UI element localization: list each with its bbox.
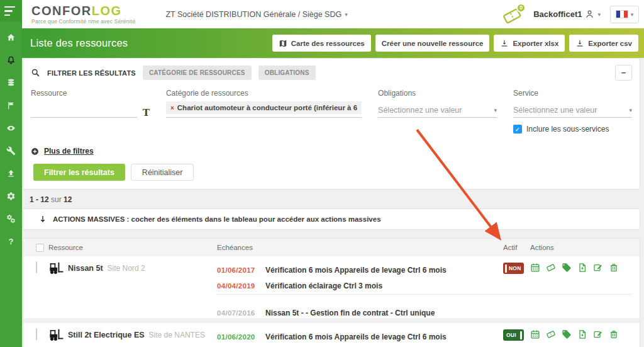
table-header-row: Ressource Echéances Actif Actions	[23, 239, 640, 256]
column-header-active: Actif	[503, 244, 530, 251]
service-select[interactable]: Sélectionnez une valeur ▾	[513, 103, 632, 118]
tickets-icon[interactable]	[546, 263, 556, 273]
selected-category-label: Chariot automoteur à conducteur porté (i…	[177, 104, 357, 111]
filter-field-obligations: Obligations Sélectionnez une valeur ▾	[378, 89, 497, 134]
pdf-export-icon[interactable]	[577, 329, 587, 339]
calendar-icon[interactable]	[530, 329, 540, 339]
deadline-history-item: 04/07/2016 Nissan 5t - - Gestion fin de …	[217, 305, 503, 321]
delete-icon[interactable]	[609, 329, 619, 339]
remove-tag-icon[interactable]: ×	[170, 105, 174, 111]
calendar-icon[interactable]	[530, 263, 540, 273]
resource-site: Site Nord 2	[108, 264, 145, 273]
tag-icon[interactable]	[562, 329, 572, 339]
resources-table: Ressource Echéances Actif Actions Nissan…	[23, 238, 640, 347]
deadline-item: 01/06/2017 Vérification 6 mois Appareils…	[217, 262, 503, 278]
chevron-down-icon: ▾	[631, 11, 634, 18]
table-row: Nissan 5t Site Nord 2 01/06/2017 Vérific…	[23, 256, 640, 318]
delete-icon[interactable]	[609, 263, 619, 273]
plus-circle-icon	[31, 147, 39, 156]
filter-field-service: Service Sélectionnez une valeur ▾ ✓ Incl…	[513, 89, 632, 134]
content-area: FILTRER LES RÉSULTATS CATÉGORIE DE RESSO…	[22, 58, 644, 347]
topbar-right: 0 Backofficet1 ▾ ▾	[502, 4, 639, 25]
edit-icon[interactable]	[593, 263, 603, 273]
tickets-count-badge: 0	[516, 3, 526, 13]
export-csv-button[interactable]: Exporter csv	[569, 35, 638, 52]
page-title: Liste des ressources	[30, 37, 128, 49]
select-all-checkbox[interactable]	[36, 244, 44, 252]
column-header-actions: Actions	[530, 244, 640, 251]
wrench-icon[interactable]	[6, 146, 16, 156]
deadline-label: Vérification éclairage Ctrl 3 mois	[265, 282, 382, 290]
pdf-export-icon[interactable]	[577, 263, 587, 273]
collapse-panel-button[interactable]: −	[615, 65, 632, 81]
search-icon	[31, 68, 40, 77]
user-menu[interactable]: Backofficet1 ▾	[533, 9, 601, 20]
deadline-item: 04/04/2019 Vérification éclairage Ctrl 3…	[217, 344, 503, 347]
active-toggle[interactable]: OUI	[503, 329, 524, 341]
table-row: Still 2t Electrique ES Site de NANTES 01…	[23, 323, 640, 347]
flag-icon[interactable]	[6, 101, 16, 110]
more-filters-link[interactable]: Plus de filtres	[31, 147, 632, 156]
categorie-label: Catégorie de ressources	[166, 89, 362, 98]
app-logo: ConforLog Parce que Conformité rime avec…	[31, 4, 135, 25]
column-header-deadlines: Echéances	[217, 244, 503, 251]
settings-gear-icon[interactable]	[6, 191, 16, 201]
filter-submit-button[interactable]: Filtrer les résultats	[33, 164, 125, 181]
person-icon	[584, 9, 595, 20]
resource-name: Still 2t Electrique ES	[68, 331, 145, 339]
tab-categorie-de-ressources[interactable]: CATÉGORIE DE RESSOURCES	[143, 65, 252, 80]
selected-category-tag[interactable]: × Chariot automoteur à conducteur porté …	[166, 101, 362, 114]
map-icon	[279, 39, 287, 48]
company-context-label: ZT Société DISTRIBUTION Générale / Siège…	[165, 10, 341, 19]
map-of-resources-button[interactable]: Carte des ressources	[272, 35, 371, 52]
create-resource-button[interactable]: Créer une nouvelle ressource	[375, 35, 490, 52]
obligations-select[interactable]: Sélectionnez une valeur ▾	[378, 103, 497, 118]
massive-actions-notice: ACTIONS MASSIVES : cocher des éléments d…	[23, 208, 640, 230]
menu-toggle-icon[interactable]	[0, 0, 22, 22]
service-label: Service	[513, 89, 632, 98]
home-icon[interactable]	[6, 33, 16, 42]
tickets-icon[interactable]: 0	[502, 4, 524, 25]
logo-tagline: Parce que Conformité rime avec Sérénité	[31, 19, 135, 25]
obligations-label: Obligations	[378, 89, 497, 98]
include-subservices-checkbox[interactable]: ✓	[513, 125, 522, 134]
categorie-select[interactable]: × Chariot automoteur à conducteur porté …	[166, 101, 362, 118]
export-xlsx-button[interactable]: Exporter xlsx	[494, 35, 565, 52]
filter-reset-button[interactable]: Réinitialiser	[131, 164, 194, 181]
filter-panel-title: FILTRER LES RÉSULTATS	[47, 69, 136, 77]
eye-icon[interactable]	[6, 123, 16, 133]
tickets-icon[interactable]	[546, 329, 556, 339]
obligations-placeholder: Sélectionnez une valeur	[378, 106, 462, 115]
include-subservices-label: Inclure les sous-services	[526, 125, 609, 134]
edit-icon[interactable]	[593, 329, 603, 339]
filter-field-ressource: Ressource T	[31, 89, 150, 134]
page-header-actions: Carte des ressources Créer une nouvelle …	[272, 35, 638, 52]
tab-obligations[interactable]: OBLIGATIONS	[258, 65, 316, 80]
deadline-label: Nissan 5t - - Gestion fin de contrat - C…	[265, 309, 435, 317]
active-toggle[interactable]: NON	[503, 263, 524, 274]
database-icon[interactable]	[6, 78, 16, 88]
chevron-down-icon: ▾	[629, 107, 632, 113]
forklift-icon	[48, 261, 64, 275]
company-context-selector[interactable]: ZT Société DISTRIBUTION Générale / Siège…	[165, 10, 347, 19]
ressource-filter-input[interactable]	[31, 104, 137, 118]
advanced-settings-gears-icon[interactable]	[6, 214, 16, 224]
deadline-item: 04/04/2019 Vérification éclairage Ctrl 3…	[217, 278, 503, 293]
resource-name: Nissan 5t	[68, 264, 103, 273]
deadline-label: Vérification 6 mois Appareils de levage …	[265, 266, 447, 275]
language-selector[interactable]: ▾	[610, 6, 639, 23]
chevron-down-icon: ▾	[597, 11, 601, 18]
upload-icon[interactable]	[6, 169, 16, 178]
french-flag-icon	[616, 10, 628, 18]
deadline-item: 01/06/2020 Vérification 6 mois Appareils…	[217, 329, 503, 344]
user-name: Backofficet1	[533, 9, 582, 19]
forklift-icon	[48, 328, 64, 341]
row-checkbox[interactable]	[36, 328, 37, 340]
resource-site: Site de NANTES	[149, 331, 205, 339]
tag-icon[interactable]	[562, 263, 572, 273]
row-checkbox[interactable]	[36, 261, 37, 273]
notifications-bell-icon[interactable]	[6, 55, 16, 65]
deadline-label: Vérification 6 mois Appareils de levage …	[265, 333, 447, 341]
service-placeholder: Sélectionnez une valeur	[513, 106, 597, 115]
help-icon[interactable]: ?	[6, 237, 16, 246]
